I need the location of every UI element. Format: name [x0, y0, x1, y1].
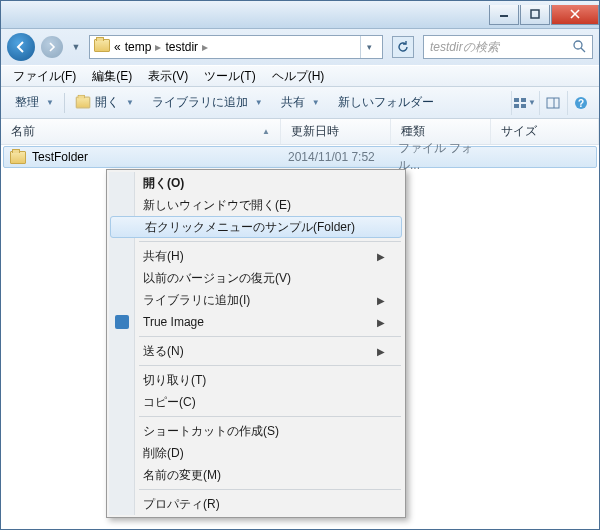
separator: [139, 365, 401, 366]
ctx-send-to[interactable]: 送る(N)▶: [109, 340, 403, 362]
menu-edit[interactable]: 編集(E): [84, 66, 140, 87]
share-button[interactable]: 共有▼: [273, 91, 328, 114]
minimize-button[interactable]: [489, 5, 519, 25]
separator: [139, 336, 401, 337]
arrow-left-icon: [14, 40, 28, 54]
window-buttons: [488, 5, 599, 25]
folder-icon: [94, 39, 110, 55]
submenu-arrow-icon: ▶: [377, 346, 385, 357]
folder-icon: [10, 151, 26, 164]
item-name: TestFolder: [32, 150, 88, 164]
help-button[interactable]: ?: [567, 91, 593, 115]
folder-open-icon: [76, 97, 90, 109]
submenu-arrow-icon: ▶: [377, 317, 385, 328]
item-type: ファイル フォル...: [392, 140, 492, 174]
true-image-icon: [114, 314, 130, 330]
close-button[interactable]: [551, 5, 599, 25]
nav-history-dropdown[interactable]: ▼: [69, 33, 83, 61]
menu-bar: ファイル(F) 編集(E) 表示(V) ツール(T) ヘルプ(H): [1, 65, 599, 87]
forward-button[interactable]: [41, 36, 63, 58]
address-bar[interactable]: « temp ▸ testdir ▸ ▾: [89, 35, 383, 59]
separator: [139, 489, 401, 490]
col-size[interactable]: サイズ: [491, 119, 599, 144]
svg-text:?: ?: [577, 98, 583, 109]
ctx-open[interactable]: 開く(O): [109, 172, 403, 194]
submenu-arrow-icon: ▶: [377, 295, 385, 306]
open-button[interactable]: 開く▼: [67, 91, 142, 114]
nav-row: ▼ « temp ▸ testdir ▸ ▾ testdirの検索: [1, 29, 599, 65]
search-icon[interactable]: [572, 39, 586, 56]
toolbar: 整理▼ 開く▼ ライブラリに追加▼ 共有▼ 新しいフォルダー ▼ ?: [1, 87, 599, 119]
ctx-delete[interactable]: 削除(D): [109, 442, 403, 464]
ctx-cut[interactable]: 切り取り(T): [109, 369, 403, 391]
col-name[interactable]: 名前▲: [1, 119, 281, 144]
explorer-window: ▼ « temp ▸ testdir ▸ ▾ testdirの検索 ファイル(F…: [0, 0, 600, 530]
organize-button[interactable]: 整理▼: [7, 91, 62, 114]
view-options-button[interactable]: ▼: [511, 91, 537, 115]
pane-icon: [546, 96, 560, 110]
address-dropdown[interactable]: ▾: [360, 36, 378, 58]
ctx-create-shortcut[interactable]: ショートカットの作成(S): [109, 420, 403, 442]
chevron-down-icon: ▼: [255, 98, 263, 107]
ctx-true-image[interactable]: True Image▶: [109, 311, 403, 333]
ctx-copy[interactable]: コピー(C): [109, 391, 403, 413]
menu-help[interactable]: ヘルプ(H): [264, 66, 333, 87]
ctx-open-new-window[interactable]: 新しいウィンドウで開く(E): [109, 194, 403, 216]
ctx-share[interactable]: 共有(H)▶: [109, 245, 403, 267]
item-date: 2014/11/01 7:52: [282, 150, 392, 164]
search-placeholder: testdirの検索: [430, 39, 499, 56]
col-date[interactable]: 更新日時: [281, 119, 391, 144]
svg-point-4: [574, 41, 582, 49]
chevron-down-icon: ▼: [312, 98, 320, 107]
add-to-library-button[interactable]: ライブラリに追加▼: [144, 91, 271, 114]
refresh-icon: [396, 40, 410, 54]
svg-rect-9: [521, 104, 526, 108]
maximize-button[interactable]: [520, 5, 550, 25]
file-list: 名前▲ 更新日時 種類 サイズ TestFolder 2014/11/01 7:…: [1, 119, 599, 529]
separator: [139, 416, 401, 417]
svg-rect-8: [514, 104, 519, 108]
chevron-right-icon[interactable]: ▸: [155, 40, 161, 54]
menu-tools[interactable]: ツール(T): [196, 66, 263, 87]
ctx-restore-previous[interactable]: 以前のバージョンの復元(V): [109, 267, 403, 289]
ctx-add-to-library[interactable]: ライブラリに追加(I)▶: [109, 289, 403, 311]
addr-seg-1[interactable]: temp: [125, 40, 152, 54]
back-button[interactable]: [7, 33, 35, 61]
svg-rect-1: [531, 10, 539, 18]
chevron-down-icon: ▼: [126, 98, 134, 107]
list-item[interactable]: TestFolder 2014/11/01 7:52 ファイル フォル...: [3, 146, 597, 168]
svg-rect-0: [500, 15, 508, 17]
svg-line-5: [581, 48, 585, 52]
arrow-right-icon: [47, 42, 57, 52]
chevron-down-icon: ▼: [46, 98, 54, 107]
search-input[interactable]: testdirの検索: [423, 35, 593, 59]
menu-view[interactable]: 表示(V): [140, 66, 196, 87]
chevron-right-icon[interactable]: ▸: [202, 40, 208, 54]
svg-rect-6: [514, 98, 519, 102]
new-folder-button[interactable]: 新しいフォルダー: [330, 91, 442, 114]
sort-asc-icon: ▲: [262, 127, 270, 136]
context-menu: 開く(O) 新しいウィンドウで開く(E) 右クリックメニューのサンプル(Fold…: [106, 169, 406, 518]
ctx-rename[interactable]: 名前の変更(M): [109, 464, 403, 486]
addr-seg-2[interactable]: testdir: [165, 40, 198, 54]
help-icon: ?: [574, 96, 588, 110]
addr-prefix: «: [114, 40, 121, 54]
column-headers: 名前▲ 更新日時 種類 サイズ: [1, 119, 599, 145]
svg-rect-10: [547, 98, 559, 108]
submenu-arrow-icon: ▶: [377, 251, 385, 262]
titlebar[interactable]: [1, 1, 599, 29]
separator: [139, 241, 401, 242]
svg-rect-7: [521, 98, 526, 102]
preview-pane-button[interactable]: [539, 91, 565, 115]
refresh-button[interactable]: [392, 36, 414, 58]
ctx-sample-folder[interactable]: 右クリックメニューのサンプル(Folder): [110, 216, 402, 238]
view-icon: [513, 96, 527, 110]
menu-file[interactable]: ファイル(F): [5, 66, 84, 87]
ctx-properties[interactable]: プロパティ(R): [109, 493, 403, 515]
